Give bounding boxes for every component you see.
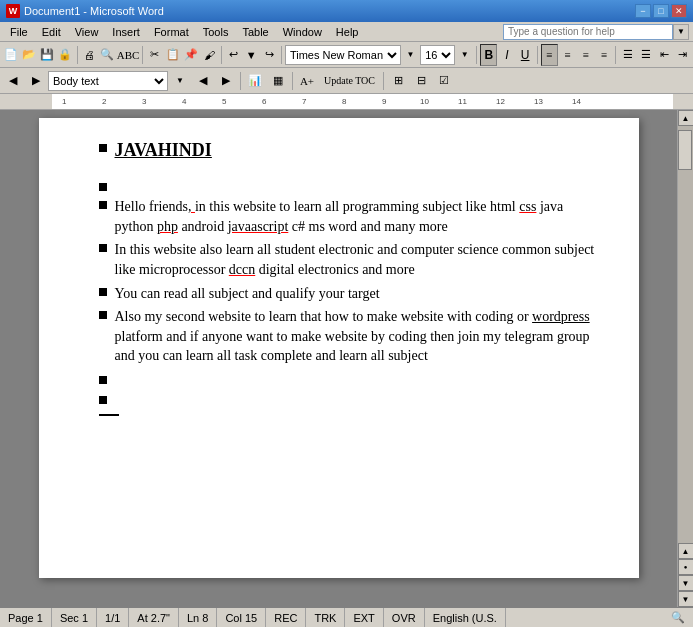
decrease-indent-button[interactable]: ⇤ [656, 44, 673, 66]
scroll-thumb[interactable] [678, 130, 692, 170]
menu-window[interactable]: Window [277, 22, 328, 41]
bullet-list: Hello friends, in this website to learn … [99, 197, 599, 366]
print-button[interactable]: 🖨 [81, 44, 98, 66]
status-zoom-button[interactable]: 🔍 [663, 608, 693, 627]
status-lang: English (U.S. [425, 608, 506, 627]
menu-table[interactable]: Table [236, 22, 274, 41]
scroll-up-button[interactable]: ▲ [678, 110, 694, 126]
style-nav-right[interactable]: ▶ [215, 70, 237, 92]
style-nav-left[interactable]: ◀ [192, 70, 214, 92]
document-area: JAVAHINDI Hello friends, in this website… [0, 110, 677, 607]
open-button[interactable]: 📂 [20, 44, 37, 66]
col-button[interactable]: ⊟ [410, 70, 432, 92]
redo-button[interactable]: ↪ [261, 44, 278, 66]
cut-button[interactable]: ✂ [146, 44, 163, 66]
scroll-nav-buttons: ▲ ● ▼ [678, 543, 694, 591]
ruler: 1 2 3 4 5 6 7 8 9 10 11 12 13 14 [0, 94, 693, 110]
minimize-button[interactable]: − [635, 4, 651, 18]
bullets-button[interactable]: ☰ [619, 44, 636, 66]
justify-button[interactable]: ≡ [595, 44, 612, 66]
align-left-button[interactable]: ≡ [541, 44, 558, 66]
title-bullet: JAVAHINDI [99, 138, 599, 171]
menu-format[interactable]: Format [148, 22, 195, 41]
nav-left-button[interactable]: ◀ [2, 70, 24, 92]
bullet-sq8 [99, 396, 107, 404]
font-size-select[interactable]: 16 [420, 45, 455, 65]
para2: In this website also learn all student e… [115, 240, 599, 279]
menu-bar: File Edit View Insert Format Tools Table… [0, 22, 693, 42]
bullet-sq7 [99, 376, 107, 384]
sep10 [383, 72, 384, 90]
increase-indent-button[interactable]: ⇥ [674, 44, 691, 66]
add-text-button[interactable]: A+ [296, 70, 318, 92]
sep5 [476, 46, 477, 64]
document-page[interactable]: JAVAHINDI Hello friends, in this website… [39, 118, 639, 578]
status-ln: Ln 8 [179, 608, 217, 627]
prev-page-button[interactable]: ▲ [678, 543, 694, 559]
nav-dot[interactable]: ● [678, 559, 694, 575]
new-button[interactable]: 📄 [2, 44, 19, 66]
bullet-square [99, 144, 107, 152]
menu-help[interactable]: Help [330, 22, 365, 41]
underline-button[interactable]: U [517, 44, 534, 66]
bold-button[interactable]: B [480, 44, 497, 66]
update-toc-button[interactable]: Update TOC [319, 70, 380, 92]
insert-table-button[interactable]: ⊞ [387, 70, 409, 92]
ruler-white-area: 1 2 3 4 5 6 7 8 9 10 11 12 13 14 [52, 94, 673, 109]
maximize-button[interactable]: □ [653, 4, 669, 18]
sep4 [281, 46, 282, 64]
next-page-button[interactable]: ▼ [678, 575, 694, 591]
list-item: Also my second website to learn that how… [99, 307, 599, 366]
italic-button[interactable]: I [498, 44, 515, 66]
print-preview-button[interactable]: 🔍 [99, 44, 116, 66]
sep8 [240, 72, 241, 90]
permission-button[interactable]: 🔒 [57, 44, 74, 66]
menu-file[interactable]: File [4, 22, 34, 41]
copy-button[interactable]: 📋 [164, 44, 181, 66]
para3: You can read all subject and qualify you… [115, 284, 599, 304]
show-levels-button[interactable]: 📊 [244, 70, 266, 92]
help-dropdown[interactable]: ▼ [673, 24, 689, 40]
nav-right-button[interactable]: ▶ [25, 70, 47, 92]
list-item: You can read all subject and qualify you… [99, 284, 599, 304]
empty-bullet-3 [99, 390, 599, 406]
font-name-select[interactable]: Times New Roman [285, 45, 401, 65]
align-right-button[interactable]: ≡ [577, 44, 594, 66]
style-select[interactable]: Body text [48, 71, 168, 91]
bullet-sq2 [99, 183, 107, 191]
status-bar: Page 1 Sec 1 1/1 At 2.7" Ln 8 Col 15 REC… [0, 607, 693, 627]
empty-bullet-2 [99, 370, 599, 386]
sep6 [537, 46, 538, 64]
scroll-down-button[interactable]: ▼ [678, 591, 694, 607]
font-dropdown[interactable]: ▼ [402, 44, 419, 66]
numbers-button[interactable]: ☰ [637, 44, 654, 66]
menu-tools[interactable]: Tools [197, 22, 235, 41]
title-bar-left: W Document1 - Microsoft Word [6, 4, 164, 18]
toolbar-formatting: ◀ ▶ Body text ▼ ◀ ▶ 📊 ▦ A+ Update TOC ⊞ … [0, 68, 693, 94]
scroll-track[interactable] [678, 126, 693, 543]
word-icon: W [6, 4, 20, 18]
status-rec: REC [266, 608, 306, 627]
mark-button[interactable]: ☑ [433, 70, 455, 92]
bullet-sq4 [99, 244, 107, 252]
menu-view[interactable]: View [69, 22, 105, 41]
format-painter-button[interactable]: 🖌 [201, 44, 218, 66]
menu-edit[interactable]: Edit [36, 22, 67, 41]
spelling-button[interactable]: ABC [117, 44, 139, 66]
size-dropdown[interactable]: ▼ [456, 44, 473, 66]
status-page: Page 1 [0, 608, 52, 627]
title-bar: W Document1 - Microsoft Word − □ ✕ [0, 0, 693, 22]
status-at: At 2.7" [129, 608, 179, 627]
menu-insert[interactable]: Insert [106, 22, 146, 41]
field-button[interactable]: ▦ [267, 70, 289, 92]
save-button[interactable]: 💾 [38, 44, 55, 66]
status-col: Col 15 [217, 608, 266, 627]
align-center-button[interactable]: ≡ [559, 44, 576, 66]
close-button[interactable]: ✕ [671, 4, 687, 18]
paste-button[interactable]: 📌 [182, 44, 199, 66]
undo-dropdown[interactable]: ▼ [243, 44, 260, 66]
help-input[interactable] [503, 24, 673, 40]
list-item: Hello friends, in this website to learn … [99, 197, 599, 236]
undo-button[interactable]: ↩ [224, 44, 241, 66]
style-dropdown[interactable]: ▼ [169, 70, 191, 92]
